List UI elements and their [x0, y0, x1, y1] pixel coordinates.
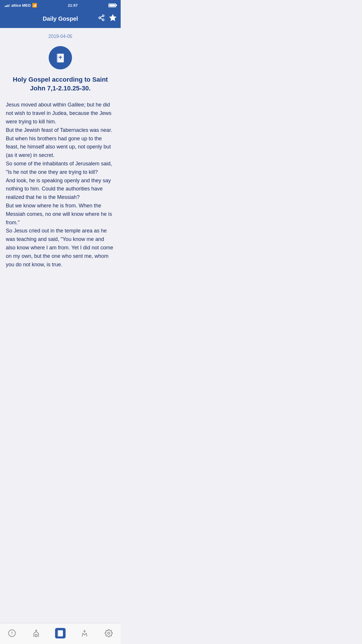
svg-rect-9: [59, 57, 62, 58]
gospel-text: Jesus moved about within Galilee; but he…: [6, 101, 115, 269]
bible-book-icon: [55, 52, 66, 64]
carrier-info: altice MEO 📶: [5, 3, 37, 8]
share-icon[interactable]: [98, 14, 105, 23]
gospel-title: Holy Gospel according to Saint John 7,1-…: [6, 75, 115, 92]
favorite-icon[interactable]: [109, 14, 117, 23]
gospel-paragraph: Jesus moved about within Galilee; but he…: [6, 101, 115, 269]
bible-icon-circle: [49, 46, 72, 69]
app-header: Daily Gospel: [0, 10, 121, 28]
svg-line-4: [101, 16, 103, 18]
battery-icon: [108, 4, 116, 7]
page-title: Daily Gospel: [43, 15, 78, 22]
signal-icon: [5, 4, 10, 7]
svg-rect-7: [57, 54, 58, 62]
carrier-name: altice MEO: [11, 3, 31, 8]
wifi-icon: 📶: [32, 3, 37, 8]
svg-marker-5: [110, 15, 116, 21]
bible-icon-container: [6, 46, 115, 69]
main-content: 2019-04-05 Holy Gospel according to Sain…: [0, 28, 121, 292]
svg-line-3: [101, 18, 103, 20]
date-display: 2019-04-05: [6, 34, 115, 39]
header-actions: [98, 14, 117, 23]
status-bar: altice MEO 📶 21:57: [0, 0, 121, 10]
time-display: 21:57: [68, 3, 78, 8]
